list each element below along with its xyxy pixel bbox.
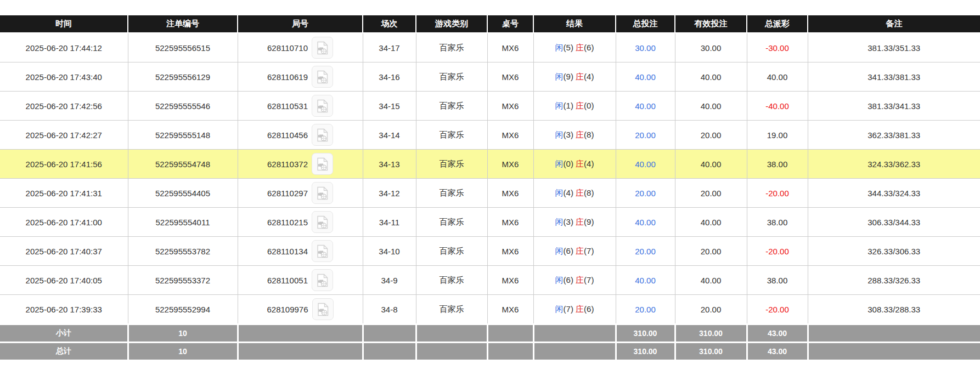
player-result-label: 闲 xyxy=(555,43,564,52)
round-id-cell: 628110710 xyxy=(238,33,363,62)
summary-payout-cell: 43.00 xyxy=(747,343,808,361)
banker-result-label: 庄 xyxy=(576,159,584,168)
payout-cell: -20.00 xyxy=(747,295,808,325)
valid-bet-cell: 20.00 xyxy=(675,179,747,208)
video-file-icon xyxy=(317,186,328,200)
payout-cell: -20.00 xyxy=(747,237,808,266)
remark-cell: 326.33/306.33 xyxy=(808,237,980,266)
remark-cell: 344.33/324.33 xyxy=(808,179,980,208)
session-cell: 34-9 xyxy=(363,266,416,295)
table-row[interactable]: 2025-06-20 17:44:12 522595556515 6281107… xyxy=(0,33,980,62)
table-row[interactable]: 2025-06-20 17:41:00 522595554011 6281102… xyxy=(0,208,980,237)
banker-result-points: (9) xyxy=(584,217,594,226)
bet-id-cell: 522595556515 xyxy=(128,33,238,62)
video-replay-button[interactable] xyxy=(312,211,333,233)
video-file-icon xyxy=(317,128,328,142)
table-row[interactable]: 2025-06-20 17:42:56 522595555546 6281105… xyxy=(0,92,980,121)
col-header-bet-id: 注单编号 xyxy=(128,15,238,33)
records-body: 2025-06-20 17:44:12 522595556515 6281107… xyxy=(0,33,980,361)
game-type-cell: 百家乐 xyxy=(416,237,487,266)
player-result-label: 闲 xyxy=(555,130,564,139)
video-replay-button[interactable] xyxy=(312,269,333,291)
round-id: 628110134 xyxy=(267,247,308,256)
remark-cell: 324.33/362.33 xyxy=(808,150,980,179)
summary-empty-cell xyxy=(487,343,533,361)
summary-empty-cell xyxy=(487,325,533,343)
game-type-cell: 百家乐 xyxy=(416,33,487,62)
col-header-table-no: 桌号 xyxy=(487,15,533,33)
bet-records-page: 时间 注单编号 局号 场次 游戏类别 桌号 结果 总投注 有效投注 总派彩 备注… xyxy=(0,0,980,361)
total-bet-cell: 40.00 xyxy=(616,208,675,237)
bet-id-cell: 522595554748 xyxy=(128,150,238,179)
video-replay-button[interactable] xyxy=(312,95,333,117)
table-row[interactable]: 2025-06-20 17:42:27 522595555148 6281104… xyxy=(0,121,980,150)
result-cell: 闲(1) 庄(0) xyxy=(533,92,616,121)
banker-result-points: (6) xyxy=(584,43,594,52)
payout-cell: -30.00 xyxy=(747,33,808,62)
table-no-cell: MX6 xyxy=(487,121,533,150)
summary-empty-cell xyxy=(416,343,487,361)
session-cell: 34-15 xyxy=(363,92,416,121)
payout-cell: 38.00 xyxy=(747,150,808,179)
summary-payout-cell: 43.00 xyxy=(747,325,808,343)
table-no-cell: MX6 xyxy=(487,92,533,121)
game-type-cell: 百家乐 xyxy=(416,266,487,295)
table-no-cell: MX6 xyxy=(487,62,533,92)
valid-bet-cell: 20.00 xyxy=(675,295,747,325)
remark-cell: 381.33/351.33 xyxy=(808,33,980,62)
player-result-points: (3) xyxy=(564,217,573,226)
session-cell: 34-17 xyxy=(363,33,416,62)
table-row[interactable]: 2025-06-20 17:41:31 522595554405 6281102… xyxy=(0,179,980,208)
total-bet-cell: 20.00 xyxy=(616,295,675,325)
remark-cell: 288.33/326.33 xyxy=(808,266,980,295)
bet-id-cell: 522595553782 xyxy=(128,237,238,266)
result-cell: 闲(4) 庄(8) xyxy=(533,179,616,208)
game-type-cell: 百家乐 xyxy=(416,62,487,92)
video-replay-button[interactable] xyxy=(312,124,333,146)
player-result-label: 闲 xyxy=(555,72,564,81)
banker-result-label: 庄 xyxy=(576,101,584,110)
result-cell: 闲(0) 庄(4) xyxy=(533,150,616,179)
video-replay-button[interactable] xyxy=(312,153,333,175)
player-result-points: (4) xyxy=(564,188,573,197)
result-cell: 闲(5) 庄(6) xyxy=(533,33,616,62)
round-id-cell: 628109976 xyxy=(238,295,363,325)
player-result-label: 闲 xyxy=(555,217,564,226)
table-row[interactable]: 2025-06-20 17:40:37 522595553782 6281101… xyxy=(0,237,980,266)
session-cell: 34-13 xyxy=(363,150,416,179)
video-replay-button[interactable] xyxy=(312,240,333,262)
table-no-cell: MX6 xyxy=(487,33,533,62)
table-row[interactable]: 2025-06-20 17:41:56 522595554748 6281103… xyxy=(0,150,980,179)
bet-id-cell: 522595555148 xyxy=(128,121,238,150)
banker-result-points: (4) xyxy=(584,72,594,81)
player-result-label: 闲 xyxy=(555,188,564,197)
remark-cell: 381.33/341.33 xyxy=(808,92,980,121)
video-replay-button[interactable] xyxy=(312,66,333,88)
round-id: 628110215 xyxy=(267,218,308,227)
player-result-points: (3) xyxy=(564,130,573,139)
table-row[interactable]: 2025-06-20 17:40:05 522595553372 6281100… xyxy=(0,266,980,295)
player-result-points: (6) xyxy=(564,246,573,255)
time-cell: 2025-06-20 17:41:31 xyxy=(0,179,128,208)
summary-row: 小计 10 310.00 310.00 43.00 xyxy=(0,325,980,343)
table-row[interactable]: 2025-06-20 17:39:33 522595552994 6281099… xyxy=(0,295,980,325)
round-id: 628110710 xyxy=(267,43,308,53)
banker-result-label: 庄 xyxy=(576,130,584,139)
summary-total-bet-cell: 310.00 xyxy=(616,343,675,361)
summary-valid-bet-cell: 310.00 xyxy=(675,325,747,343)
bet-records-table: 时间 注单编号 局号 场次 游戏类别 桌号 结果 总投注 有效投注 总派彩 备注… xyxy=(0,14,980,361)
time-cell: 2025-06-20 17:41:56 xyxy=(0,150,128,179)
session-cell: 34-11 xyxy=(363,208,416,237)
video-replay-button[interactable] xyxy=(312,182,333,204)
summary-label-cell: 总计 xyxy=(0,343,128,361)
col-header-payout: 总派彩 xyxy=(747,15,808,33)
valid-bet-cell: 30.00 xyxy=(675,33,747,62)
table-no-cell: MX6 xyxy=(487,179,533,208)
total-bet-cell: 30.00 xyxy=(616,33,675,62)
video-file-icon xyxy=(317,157,328,171)
payout-cell: -20.00 xyxy=(747,179,808,208)
table-row[interactable]: 2025-06-20 17:43:40 522595556129 6281106… xyxy=(0,62,980,92)
banker-result-points: (8) xyxy=(584,188,594,197)
video-replay-button[interactable] xyxy=(312,37,333,59)
video-replay-button[interactable] xyxy=(312,298,334,320)
